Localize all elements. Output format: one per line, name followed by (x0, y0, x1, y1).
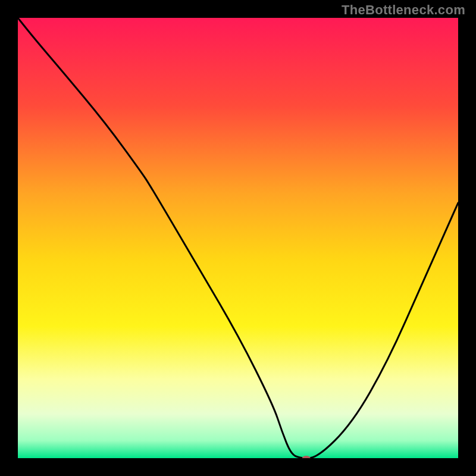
chart-container: TheBottleneck.com (0, 0, 476, 476)
plot-area (18, 18, 458, 458)
background-gradient (18, 18, 458, 458)
plot-svg (18, 18, 458, 458)
watermark-text: TheBottleneck.com (342, 2, 465, 18)
